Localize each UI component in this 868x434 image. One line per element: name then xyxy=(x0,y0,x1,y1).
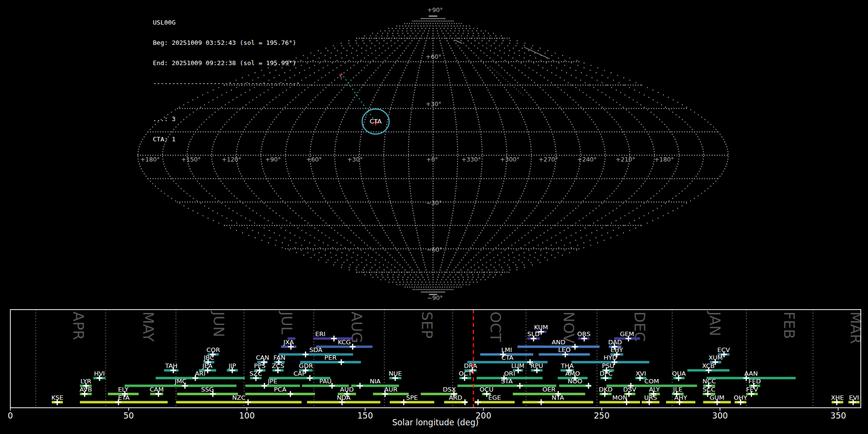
station-id: USL00G xyxy=(153,19,300,26)
shower-code-label: FEV xyxy=(746,386,758,393)
shower-code-label: DSX xyxy=(443,386,456,393)
shower-activity-bar xyxy=(390,401,434,404)
shower-peak-marker xyxy=(475,399,481,405)
shower-activity-bar xyxy=(156,377,245,380)
shower-code-label: XUM xyxy=(708,354,723,361)
shower-activity-bar xyxy=(245,393,315,395)
shower-code-label: ECV xyxy=(718,346,730,353)
shower-peak-marker xyxy=(307,375,312,381)
shower-code-label: DSV xyxy=(623,386,636,393)
shower-code-label: XCB xyxy=(702,362,715,369)
shower-code-label: LUM xyxy=(511,362,524,369)
shower-code-label: EVI xyxy=(849,394,859,401)
shower-code-label: NIA xyxy=(370,378,381,385)
shower-code-label: JEA xyxy=(202,362,213,369)
shower-code-label: AVB xyxy=(80,386,92,393)
shower-code-label: PSU xyxy=(602,362,614,369)
shower-code-label: JXA xyxy=(283,339,294,346)
shower-code-label: LYR xyxy=(81,378,92,385)
activity-timeline-chart: APRMAYJUNJULAUGSEPOCTNOVDECJANFEBMARKUME… xyxy=(0,0,868,434)
shower-code-label: XHE xyxy=(831,394,844,401)
shower-activity-bar xyxy=(124,385,236,387)
shower-code-label: COR xyxy=(206,346,220,353)
shower-code-label: EHY xyxy=(610,346,623,353)
shower-code-label: HVI xyxy=(94,370,105,377)
shower-code-label: SZC xyxy=(249,370,262,377)
shower-activity-bar xyxy=(373,393,409,395)
shower-peak-marker xyxy=(517,383,523,389)
shower-code-label: HYD xyxy=(604,354,617,361)
session-info-block: USL00G Beg: 20251009 03:52:43 (sol = 195… xyxy=(153,6,300,156)
shower-code-label: JBC xyxy=(203,354,214,361)
shower-code-label: JLE xyxy=(673,386,682,393)
shower-code-label: LEO xyxy=(558,346,570,353)
shower-code-label: AND xyxy=(552,339,566,346)
shower-code-label: FED xyxy=(748,378,761,385)
shower-code-label: GEM xyxy=(620,330,635,338)
shower-code-label: RPU xyxy=(530,362,543,369)
shower-code-label: AHY xyxy=(674,394,687,401)
shower-activity-bar xyxy=(177,393,238,395)
shower-activity-bar xyxy=(458,385,556,387)
shower-code-label: DRA xyxy=(464,362,477,369)
month-label: MAR xyxy=(847,312,864,344)
shower-code-label: COM xyxy=(644,378,659,385)
month-label: JUL xyxy=(278,311,295,335)
shower-code-label: ARD xyxy=(449,394,462,401)
shower-code-label: KSE xyxy=(51,394,63,401)
shower-code-label: ETA xyxy=(118,394,130,401)
shower-activity-bar xyxy=(245,385,300,387)
shower-code-label: PER xyxy=(325,354,337,361)
shower-code-label: MON xyxy=(612,394,627,401)
shower-code-label: PPS xyxy=(254,362,266,369)
shower-code-label: AAN xyxy=(745,370,758,377)
shower-peak-marker xyxy=(331,336,337,341)
shower-code-label: EGE xyxy=(488,394,502,401)
shower-code-label: ALY xyxy=(649,386,660,393)
shower-code-label: KCG xyxy=(338,339,351,346)
shower-code-label: ARI xyxy=(195,370,205,377)
shower-peak-marker xyxy=(245,399,251,405)
month-label: FEB xyxy=(781,312,798,339)
session-end: End: 20251009 09:22:38 (sol = 195.99°) xyxy=(153,60,300,67)
shower-code-label: ZCS xyxy=(271,362,284,369)
shower-code-label: SSG xyxy=(201,386,214,393)
shower-peak-marker xyxy=(261,383,267,389)
shower-code-label: SCC xyxy=(703,386,715,393)
shower-code-label: ERI xyxy=(315,330,326,338)
shower-peak-marker xyxy=(339,359,344,365)
shower-peak-marker xyxy=(572,344,578,350)
shower-code-label: NUE xyxy=(389,370,402,377)
shower-code-label: NOO xyxy=(568,378,582,385)
shower-code-label: DPC xyxy=(599,370,612,377)
info-gap xyxy=(153,100,300,102)
shower-peak-marker xyxy=(357,383,363,389)
shower-code-label: CAN xyxy=(256,354,270,361)
shower-code-label: QUA xyxy=(672,370,686,377)
shower-code-label: OHY xyxy=(734,394,747,401)
shower-code-label: AUD xyxy=(340,386,353,393)
shower-code-label: ORS xyxy=(577,330,591,338)
shower-code-label: THA xyxy=(560,362,574,369)
shower-code-label: DKD xyxy=(599,386,613,393)
shower-code-label: CAP xyxy=(293,370,306,377)
shower-activity-bar xyxy=(176,401,301,404)
shower-code-label: SPE xyxy=(406,394,418,401)
shower-code-label: CTA xyxy=(502,354,514,361)
shower-code-label: URS xyxy=(644,394,657,401)
month-label: SEP xyxy=(419,312,435,339)
shower-code-label: DAD xyxy=(608,339,622,346)
x-axis-title: Solar longitude (deg) xyxy=(0,418,868,427)
shower-code-label: TAH xyxy=(164,362,177,369)
shower-code-label: NTA xyxy=(552,394,564,401)
shower-code-label: SDA xyxy=(310,346,323,353)
shower-code-label: PCA xyxy=(274,386,286,393)
shower-peak-marker xyxy=(303,352,309,357)
shower-code-label: XVI xyxy=(636,370,646,377)
shower-peak-marker xyxy=(585,383,591,389)
shower-code-label: OCT xyxy=(459,370,472,377)
shower-code-label: NDA xyxy=(337,394,351,401)
shower-code-label: STA xyxy=(501,378,513,385)
shower-code-label: AUR xyxy=(384,386,397,393)
info-separator: --------------------------------------- xyxy=(153,80,300,87)
